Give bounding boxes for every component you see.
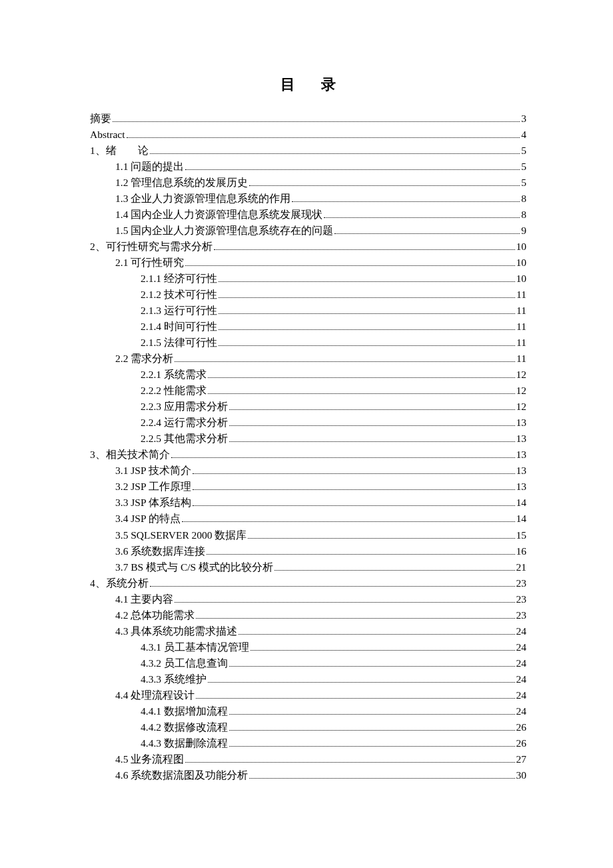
toc-entry-page: 13 xyxy=(516,431,527,447)
toc-entry: 4.3.2 员工信息查询24 xyxy=(90,655,526,671)
toc-entry-label: 摘要 xyxy=(90,111,111,127)
toc-entry-page: 16 xyxy=(516,543,527,559)
toc-entry-page: 23 xyxy=(516,591,527,607)
toc-leader-dots xyxy=(219,337,515,347)
toc-entry: 4.1 主要内容23 xyxy=(90,591,526,607)
toc-leader-dots xyxy=(229,417,515,427)
toc-entry-page: 8 xyxy=(521,191,526,207)
toc-entry-label: 2.2 需求分析 xyxy=(115,351,173,367)
toc-entry: 1.4 国内企业人力资源管理信息系统发展现状8 xyxy=(90,207,526,223)
toc-entry: 4.2 总体功能需求23 xyxy=(90,607,526,623)
toc-entry: 3.4 JSP 的特点14 xyxy=(90,511,526,527)
toc-leader-dots xyxy=(208,673,515,683)
toc-leader-dots xyxy=(219,321,515,331)
toc-entry-page: 11 xyxy=(516,303,526,319)
toc-entry: 1、绪 论5 xyxy=(90,143,526,159)
toc-leader-dots xyxy=(239,625,514,635)
toc-leader-dots xyxy=(150,144,520,154)
toc-entry-label: 3.7 BS 模式与 C/S 模式的比较分析 xyxy=(115,559,273,575)
toc-entry-label: 4.5 业务流程图 xyxy=(115,751,184,767)
toc-leader-dots xyxy=(275,561,514,571)
toc-entry: 2.1.3 运行可行性11 xyxy=(90,303,526,319)
toc-entry-label: 2.1.1 经济可行性 xyxy=(141,271,217,287)
toc-leader-dots xyxy=(207,545,514,555)
toc-entry-label: 2.2.2 性能需求 xyxy=(141,383,207,399)
toc-leader-dots xyxy=(219,273,515,283)
toc-leader-dots xyxy=(185,753,514,763)
toc-leader-dots xyxy=(175,593,514,603)
toc-entry-label: 2.2.4 运行需求分析 xyxy=(141,415,228,431)
toc-leader-dots xyxy=(208,385,515,395)
toc-entry-page: 24 xyxy=(516,639,527,655)
toc-leader-dots xyxy=(229,705,515,715)
toc-entry: 4.4.3 数据删除流程26 xyxy=(90,735,526,751)
toc-entry-label: 1、绪 论 xyxy=(90,143,149,159)
toc-entry-label: 4.3.2 员工信息查询 xyxy=(141,655,228,671)
toc-entry: 2.2.4 运行需求分析13 xyxy=(90,415,526,431)
toc-entry: 2.2 需求分析11 xyxy=(90,351,526,367)
toc-leader-dots xyxy=(292,192,520,202)
toc-title: 目录 xyxy=(117,73,526,96)
toc-entry-page: 21 xyxy=(516,559,527,575)
toc-entry-page: 30 xyxy=(516,767,527,783)
toc-entry-page: 24 xyxy=(516,703,527,719)
toc-entry: 4.3.3 系统维护24 xyxy=(90,671,526,687)
toc-entry-label: 3.5 SQLSERVER 2000 数据库 xyxy=(115,527,247,543)
toc-entry: 2.2.2 性能需求12 xyxy=(90,383,526,399)
toc-entry-label: 1.5 国内企业人力资源管理信息系统存在的问题 xyxy=(115,223,333,239)
toc-leader-dots xyxy=(150,577,515,587)
toc-leader-dots xyxy=(334,224,520,234)
toc-entry: 2.2.5 其他需求分析13 xyxy=(90,431,526,447)
toc-entry-label: 2.2.5 其他需求分析 xyxy=(141,431,228,447)
toc-entry-label: 3.1 JSP 技术简介 xyxy=(115,463,191,479)
toc-leader-dots xyxy=(182,513,515,523)
toc-entry-label: Abstract xyxy=(90,127,125,143)
toc-leader-dots xyxy=(208,369,515,379)
toc-leader-dots xyxy=(196,689,514,699)
toc-entry-label: 3、相关技术简介 xyxy=(90,447,170,463)
toc-leader-dots xyxy=(193,481,515,491)
toc-entry-label: 2.2.1 系统需求 xyxy=(141,367,207,383)
toc-entry-label: 4.6 系统数据流图及功能分析 xyxy=(115,767,248,783)
toc-entry-label: 4.4 处理流程设计 xyxy=(115,687,195,703)
toc-entry-page: 5 xyxy=(521,143,526,159)
toc-entry: 1.3 企业人力资源管理信息系统的作用8 xyxy=(90,191,526,207)
toc-leader-dots xyxy=(324,208,520,218)
toc-entry: 4.4.2 数据修改流程26 xyxy=(90,719,526,735)
toc-entry-label: 2.1.5 法律可行性 xyxy=(141,335,217,351)
toc-entry-label: 4.4.1 数据增加流程 xyxy=(141,703,228,719)
toc-leader-dots xyxy=(113,112,520,122)
toc-entry-page: 13 xyxy=(516,447,527,463)
toc-leader-dots xyxy=(249,769,514,779)
toc-entry-page: 24 xyxy=(516,671,527,687)
toc-entry-page: 24 xyxy=(516,687,527,703)
toc-leader-dots xyxy=(219,305,515,315)
toc-leader-dots xyxy=(219,289,515,299)
toc-entry-page: 13 xyxy=(516,463,527,479)
toc-entry-label: 3.2 JSP 工作原理 xyxy=(115,479,191,495)
toc-leader-dots xyxy=(229,737,515,747)
toc-entry-page: 14 xyxy=(516,511,527,527)
toc-entry-page: 27 xyxy=(516,751,527,767)
toc-entry: 2.1.1 经济可行性10 xyxy=(90,271,526,287)
toc-entry-label: 1.1 问题的提出 xyxy=(115,159,184,175)
toc-entry-page: 23 xyxy=(516,607,527,623)
toc-entry-page: 14 xyxy=(516,495,527,511)
toc-leader-dots xyxy=(248,529,514,539)
toc-leader-dots xyxy=(249,176,520,186)
toc-entry-page: 5 xyxy=(521,159,526,175)
toc-leader-dots xyxy=(127,128,520,138)
toc-entry: 3.6 系统数据库连接16 xyxy=(90,543,526,559)
toc-leader-dots xyxy=(193,497,515,507)
toc-leader-dots xyxy=(185,160,520,170)
toc-list: 摘要3Abstract41、绪 论51.1 问题的提出51.2 管理信息系统的发… xyxy=(90,111,526,783)
toc-entry: 3.2 JSP 工作原理13 xyxy=(90,479,526,495)
toc-leader-dots xyxy=(229,433,515,443)
toc-entry: 4、系统分析23 xyxy=(90,575,526,591)
toc-entry: 2、可行性研究与需求分析10 xyxy=(90,239,526,255)
toc-leader-dots xyxy=(229,401,515,411)
toc-entry-label: 1.3 企业人力资源管理信息系统的作用 xyxy=(115,191,291,207)
toc-entry-label: 3.3 JSP 体系结构 xyxy=(115,495,191,511)
toc-entry-page: 26 xyxy=(516,719,527,735)
toc-entry: 1.2 管理信息系统的发展历史5 xyxy=(90,175,526,191)
